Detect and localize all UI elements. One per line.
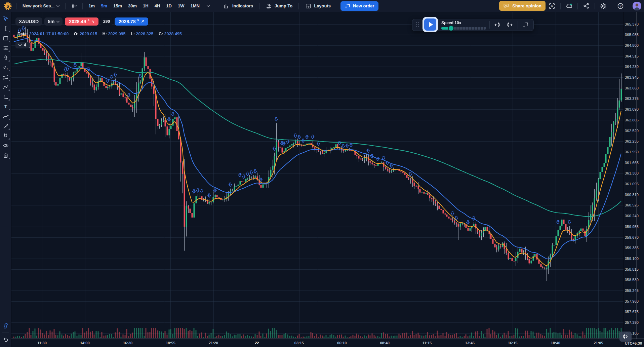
timeframe-15m[interactable]: 15m — [111, 2, 124, 10]
time-axis[interactable]: 11:3014:0016:3018:5521:202203:1506:1008:… — [11, 339, 623, 347]
new-order-button[interactable]: New order — [340, 1, 378, 11]
settings-button[interactable] — [598, 1, 608, 11]
time-axis-label: 21:20 — [209, 341, 218, 345]
position-tool[interactable]: F — [1, 63, 10, 72]
price-axis-label: 362.235 — [625, 139, 639, 143]
timeframe-1mn[interactable]: 1MN — [188, 2, 202, 10]
new-order-icon — [345, 3, 351, 9]
price-axis[interactable]: UTC+5:30 365.370365.085364.800364.515364… — [623, 12, 644, 347]
chart-type-button[interactable] — [69, 1, 79, 11]
chevron-down-icon — [18, 43, 22, 46]
divider — [489, 21, 490, 29]
symbol-pill[interactable]: XAUUSD — [15, 17, 42, 26]
parallel-channel-tool[interactable] — [1, 73, 10, 82]
share-button[interactable] — [581, 1, 591, 11]
speed-slider[interactable] — [441, 27, 486, 30]
pattern-tool[interactable] — [1, 82, 10, 92]
timezone-label[interactable]: UTC+5:30 — [625, 341, 642, 345]
brush-tool[interactable] — [1, 121, 10, 131]
divider — [217, 3, 217, 9]
divider — [2, 333, 9, 333]
trend-up-icon: ↗ — [141, 19, 144, 24]
price-axis-label: 357.960 — [625, 299, 639, 303]
buy-price: 2028.78 — [119, 19, 136, 24]
ruler-tool[interactable] — [1, 92, 10, 102]
timeframe-1m[interactable]: 1m — [86, 2, 97, 10]
price-axis-label: 360.525 — [625, 203, 639, 207]
indicators-icon — [223, 3, 230, 9]
price-axis-label: 359.955 — [625, 225, 639, 229]
curve-tool[interactable] — [1, 112, 10, 121]
chat-bubble-icon — [503, 3, 510, 9]
jump-to-button[interactable]: Jump To — [263, 1, 295, 11]
price-axis-label: 362.520 — [625, 129, 639, 133]
time-axis-label: 18:55 — [166, 341, 175, 345]
bar-close: 2028.495 — [164, 32, 182, 36]
help-button[interactable]: ? — [615, 1, 626, 11]
price-axis-label: 363.090 — [625, 107, 639, 111]
layouts-button[interactable]: Layouts — [302, 1, 333, 11]
price-axis-label: 358.245 — [625, 288, 639, 293]
rectangle-tool[interactable] — [1, 34, 10, 43]
delete-objects-tool[interactable] — [1, 151, 10, 160]
price-chart-canvas[interactable] — [11, 12, 623, 339]
trend-line-tool[interactable] — [1, 24, 10, 33]
time-axis-label: 11:30 — [37, 341, 47, 345]
indicators-label: Indicators — [232, 3, 253, 8]
speed-label: Speed 10x — [441, 21, 486, 25]
timeframe-1d[interactable]: 1D — [164, 2, 174, 10]
fib-tool[interactable] — [1, 43, 10, 53]
speed-slider-thumb[interactable] — [449, 26, 453, 31]
text-tool[interactable]: T — [1, 102, 10, 111]
candlestick-chart-icon — [70, 2, 78, 10]
link-tool[interactable] — [1, 321, 10, 331]
objects-count-pill[interactable]: 4 — [15, 42, 30, 48]
time-axis-label: 21:05 — [594, 341, 603, 345]
time-axis-label: 14:00 — [80, 341, 89, 345]
share-opinion-button[interactable]: Share opinion — [499, 1, 546, 11]
timeframe-1w[interactable]: 1W — [175, 2, 187, 10]
drag-handle[interactable] — [416, 22, 419, 28]
divider — [518, 21, 518, 29]
cloud-sync-button[interactable] — [564, 1, 574, 11]
timeframe-pill[interactable]: 5m — [44, 17, 63, 26]
timeframe-1h[interactable]: 1H — [140, 2, 151, 10]
timeframe-30m[interactable]: 30m — [126, 2, 139, 10]
timeframe-4h[interactable]: 4H — [152, 2, 163, 10]
step-forward-button[interactable] — [505, 20, 514, 30]
gear-dollar-logo-icon: $ — [3, 2, 12, 10]
magnet-tool[interactable] — [1, 131, 10, 141]
step-back-button[interactable] — [493, 20, 502, 30]
price-axis-label: 361.665 — [625, 161, 639, 165]
price-axis-label: 363.375 — [625, 97, 639, 101]
spread-value: 290 — [101, 18, 112, 25]
timeframe-5m[interactable]: 5m — [98, 2, 110, 10]
undo-button[interactable] — [1, 335, 10, 344]
timeframe-more-button[interactable] — [203, 1, 213, 11]
sell-button[interactable]: 2028.495 ↘ — [65, 17, 98, 26]
user-avatar[interactable] — [633, 2, 641, 10]
buy-button[interactable]: 2028.785 ↗ — [115, 17, 148, 26]
open-order-panel-button[interactable] — [521, 20, 530, 30]
cloud-icon — [565, 2, 573, 10]
objects-count: 4 — [24, 43, 26, 47]
screenshot-capture-button[interactable]: A — [547, 1, 557, 11]
price-axis-label: 365.370 — [625, 22, 639, 26]
svg-text:F: F — [7, 68, 8, 70]
app-logo[interactable]: $ — [3, 1, 13, 11]
cursor-tool[interactable] — [1, 14, 10, 24]
jump-to-latest-button[interactable] — [619, 332, 632, 342]
play-icon — [429, 22, 433, 27]
arrow-marker-tool[interactable] — [1, 53, 10, 63]
chart-header: XAUUSD 5m 2028.495 ↘ 290 2028.785 ↗ — [15, 17, 148, 26]
hide-objects-tool[interactable] — [1, 141, 10, 150]
divider — [595, 3, 595, 9]
divider — [16, 3, 16, 9]
help-icon: ? — [617, 2, 624, 10]
session-select[interactable]: New york Ses... — [20, 2, 62, 10]
chart-area[interactable]: XAUUSD 5m 2028.495 ↘ 290 2028.785 ↗ Date… — [11, 12, 623, 347]
time-axis-label: 03:15 — [294, 341, 304, 345]
indicators-button[interactable]: Indicators — [220, 1, 256, 11]
play-button[interactable] — [422, 17, 438, 32]
price-axis-label: 359.385 — [625, 246, 639, 250]
